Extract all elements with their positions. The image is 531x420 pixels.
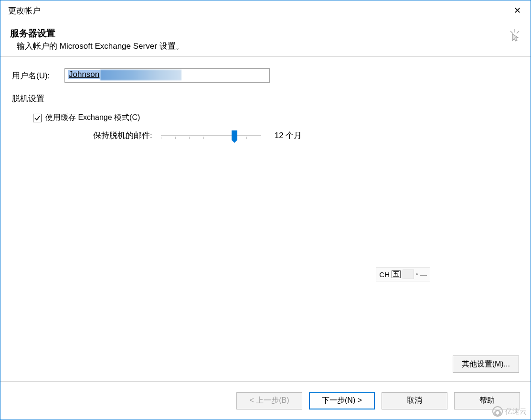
- back-button: < 上一步(B): [236, 392, 302, 409]
- header-subtitle: 输入帐户的 Microsoft Exchange Server 设置。: [17, 41, 521, 52]
- cache-mode-row: 使用缓存 Exchange 模式(C): [33, 113, 519, 123]
- cursor-spark-icon: [509, 29, 521, 43]
- wizard-footer: < 上一步(B) 下一步(N) > 取消 帮助: [0, 381, 531, 420]
- ime-dash-icon: —: [420, 270, 427, 279]
- slider-ticks: [161, 137, 261, 140]
- ime-dot-icon: [416, 273, 418, 275]
- ime-mode: 五: [392, 270, 401, 278]
- slider-thumb[interactable]: [232, 130, 237, 140]
- username-label: 用户名(U):: [12, 70, 64, 81]
- close-button[interactable]: ✕: [504, 0, 531, 21]
- titlebar: 更改帐户 ✕: [0, 0, 531, 21]
- offline-section-title: 脱机设置: [12, 93, 519, 104]
- window-title: 更改帐户: [8, 5, 41, 16]
- slider-track-line: [161, 135, 261, 136]
- username-row: 用户名(U): Johnson: [12, 68, 519, 83]
- check-icon: [34, 115, 41, 121]
- ime-lang: CH: [379, 270, 390, 279]
- svg-line-1: [510, 31, 513, 33]
- help-button[interactable]: 帮助: [454, 392, 520, 409]
- header-section: 服务器设置 输入帐户的 Microsoft Exchange Server 设置…: [0, 21, 531, 57]
- slider-value: 12 个月: [275, 130, 302, 141]
- offline-mail-slider-row: 保持脱机的邮件: 12 个月: [93, 129, 519, 141]
- more-settings-button[interactable]: 其他设置(M)...: [453, 355, 519, 373]
- cache-mode-label: 使用缓存 Exchange 模式(C): [45, 113, 140, 123]
- ime-indicator[interactable]: CH 五 —: [376, 267, 430, 281]
- change-account-dialog: 更改帐户 ✕ 服务器设置 输入帐户的 Microsoft Exchange Se…: [0, 0, 531, 420]
- header-title: 服务器设置: [10, 27, 521, 40]
- next-button[interactable]: 下一步(N) >: [309, 392, 375, 409]
- ime-blank-icon: [403, 269, 414, 279]
- close-icon: ✕: [514, 5, 521, 16]
- cache-mode-checkbox[interactable]: [33, 114, 42, 122]
- username-input[interactable]: Johnson: [64, 68, 270, 83]
- username-value: Johnson: [68, 70, 100, 79]
- body-area: 用户名(U): Johnson 脱机设置 使用缓存 Exchange 模式(C)…: [0, 57, 531, 381]
- offline-duration-slider[interactable]: [161, 129, 261, 141]
- cancel-button[interactable]: 取消: [382, 392, 447, 409]
- svg-line-2: [517, 31, 519, 33]
- username-redacted: [100, 70, 181, 80]
- slider-label: 保持脱机的邮件:: [93, 130, 152, 141]
